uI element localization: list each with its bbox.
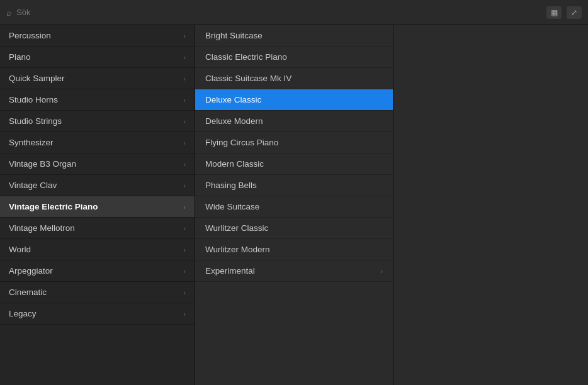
left-panel-item-label: Studio Horns [9,95,58,104]
left-panel-item[interactable]: Quick Sampler › [0,68,195,89]
chevron-right-icon: › [183,182,186,189]
middle-panel: Bright Suitcase Classic Electric Piano C… [195,25,393,385]
middle-panel-item[interactable]: Wurlitzer Classic [195,218,393,239]
middle-panel-item[interactable]: Classic Suitcase Mk IV [195,68,393,89]
chevron-right-icon: › [183,32,186,40]
search-input[interactable]: Sök [16,8,541,17]
middle-panel-item-label: Deluxe Classic [205,95,261,104]
left-panel-item-label: Studio Strings [9,116,62,126]
middle-panel-item[interactable]: Classic Electric Piano [195,47,393,68]
left-panel-item[interactable]: Percussion › [0,25,195,47]
middle-panel-item[interactable]: Deluxe Modern [195,111,393,132]
middle-panel-item-label: Modern Classic [205,159,264,169]
left-panel-item-label: Cinematic [9,287,47,297]
chevron-right-icon: › [183,118,186,125]
chevron-right-icon: › [183,53,186,61]
left-panel-item[interactable]: Studio Horns › [0,89,195,111]
left-panel-item[interactable]: Vintage Clav › [0,175,195,196]
middle-panel-item[interactable]: Flying Circus Piano [195,132,393,153]
chevron-right-icon: › [183,96,186,104]
middle-panel-item-label: Wurlitzer Modern [205,245,270,254]
middle-panel-item-label: Wurlitzer Classic [205,223,268,233]
left-panel-item[interactable]: Vintage Electric Piano › [0,196,195,218]
middle-panel-item-label: Flying Circus Piano [205,138,278,147]
search-icon: ⌕ [6,8,11,18]
middle-panel-item[interactable]: Bright Suitcase [195,25,393,47]
left-panel-item-label: Piano [9,52,31,62]
right-panel [393,25,588,385]
grid-view-button[interactable]: ▦ [546,6,562,19]
middle-panel-item-label: Wide Suitcase [205,202,259,211]
chevron-right-icon: › [380,267,383,275]
collapse-button[interactable]: ⤢ [567,6,582,19]
left-panel: Percussion › Piano › Quick Sampler › Stu… [0,25,195,385]
collapse-icon: ⤢ [571,8,577,17]
middle-panel-item[interactable]: Wide Suitcase [195,196,393,218]
middle-panel-item[interactable]: Experimental › [195,260,393,282]
middle-panel-item-label: Classic Electric Piano [205,52,287,62]
grid-icon: ▦ [551,8,558,17]
chevron-right-icon: › [183,75,186,82]
chevron-right-icon: › [183,267,186,275]
left-panel-item-label: Vintage Clav [9,181,57,190]
left-panel-item[interactable]: Vintage B3 Organ › [0,153,195,175]
left-panel-item[interactable]: Synthesizer › [0,132,195,153]
middle-panel-item-label: Experimental [205,266,255,276]
chevron-right-icon: › [183,160,186,168]
left-panel-item-label: Vintage Electric Piano [9,202,98,211]
left-panel-item-label: Arpeggiator [9,266,53,276]
middle-panel-item[interactable]: Deluxe Classic [195,89,393,111]
middle-panel-item-label: Deluxe Modern [205,116,263,126]
chevron-right-icon: › [183,225,186,232]
chevron-right-icon: › [183,289,186,296]
left-panel-item[interactable]: Cinematic › [0,282,195,303]
left-panel-item[interactable]: Legacy › [0,303,195,325]
middle-panel-item[interactable]: Wurlitzer Modern [195,239,393,260]
middle-panel-item[interactable]: Modern Classic [195,153,393,175]
main-content: Percussion › Piano › Quick Sampler › Stu… [0,25,588,385]
middle-panel-item[interactable]: Phasing Bells [195,175,393,196]
middle-panel-item-label: Phasing Bells [205,181,257,190]
left-panel-item-label: Vintage B3 Organ [9,159,76,169]
left-panel-item-label: Legacy [9,309,37,318]
left-panel-item-label: Quick Sampler [9,74,65,83]
left-panel-item[interactable]: Studio Strings › [0,111,195,132]
left-panel-item-label: Vintage Mellotron [9,223,75,233]
left-panel-item[interactable]: Piano › [0,47,195,68]
search-actions: ▦ ⤢ [546,6,582,19]
search-bar: ⌕ Sök ▦ ⤢ [0,0,588,25]
left-panel-item-label: Synthesizer [9,138,54,147]
left-panel-item[interactable]: Arpeggiator › [0,260,195,282]
chevron-right-icon: › [183,246,186,254]
left-panel-item-label: Percussion [9,31,51,40]
middle-panel-item-label: Classic Suitcase Mk IV [205,74,291,83]
left-panel-item[interactable]: World › [0,239,195,260]
chevron-right-icon: › [183,310,186,318]
chevron-right-icon: › [183,139,186,147]
chevron-right-icon: › [183,203,186,211]
middle-panel-item-label: Bright Suitcase [205,31,263,40]
left-panel-item-label: World [9,245,31,254]
left-panel-item[interactable]: Vintage Mellotron › [0,218,195,239]
